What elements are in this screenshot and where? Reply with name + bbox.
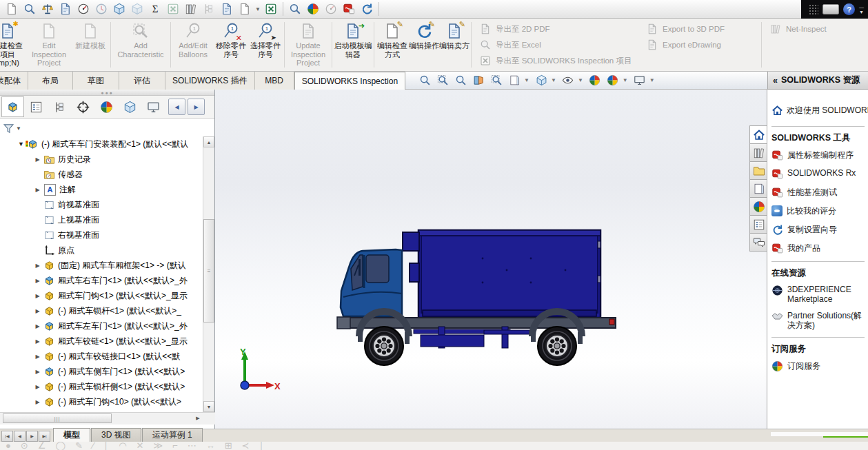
update-inspection-project-button[interactable]: Update Inspection Project xyxy=(286,19,330,71)
3dexperience-marketplace-link[interactable]: 3DEXPERIENCE Marketplace xyxy=(771,285,868,304)
add-edit-balloons-button[interactable]: Add/Edit Balloons xyxy=(172,19,214,71)
subscription-services-link[interactable]: 订阅服务 xyxy=(771,360,868,372)
tab-scroll-right-icon[interactable]: ▶ xyxy=(188,99,205,115)
keyboard-icon[interactable] xyxy=(822,4,839,14)
annotation-view-icon[interactable] xyxy=(488,73,505,88)
apply-scene-icon[interactable] xyxy=(605,73,621,88)
rotate-document-icon[interactable] xyxy=(57,1,74,17)
scrollbar-thumb[interactable]: ≡ xyxy=(203,219,214,323)
edit-operation-button[interactable]: ✎ 编辑操作 xyxy=(409,19,439,71)
task-pane-header[interactable]: « SOLIDWORKS 资源 xyxy=(767,72,868,90)
spellcheck-icon[interactable] xyxy=(3,1,21,17)
new-template-button[interactable]: 新建模板 xyxy=(72,19,109,71)
panel-splitter-handle[interactable]: ●●● xyxy=(0,90,214,96)
featuremanager-tab[interactable] xyxy=(1,96,24,117)
scroll-up-icon[interactable]: ▲ xyxy=(203,136,214,147)
cam-manager-tab[interactable] xyxy=(119,96,141,117)
tree-item-lock-rod[interactable]: ▶ (-) 厢式车锁杆<1> (默认<<默认>_ xyxy=(0,303,204,318)
add-characteristic-button[interactable]: Add Characteristic xyxy=(112,19,169,71)
hide-show-items-icon[interactable] xyxy=(560,73,576,88)
welcome-link[interactable]: 欢迎使用 SOLIDWORKS xyxy=(771,105,868,116)
compare-my-score-link[interactable]: 比较我的评分 xyxy=(771,205,868,217)
previous-view-icon[interactable] xyxy=(452,73,469,88)
property-tab-builder-link[interactable]: 属性标签编制程序 xyxy=(771,150,868,161)
edit-vendor-button[interactable]: ✎ 编辑卖方 xyxy=(439,19,470,71)
apply-scene-caret-icon[interactable]: ▼ xyxy=(623,77,628,83)
edit-inspection-project-button[interactable]: Edit Inspection Project xyxy=(26,19,72,71)
prev-tab-icon[interactable]: ◀ xyxy=(14,431,26,442)
expand-arrow-icon[interactable]: ▶ xyxy=(33,308,42,314)
edit-appearance-icon[interactable] xyxy=(587,73,603,88)
tree-item-hinge[interactable]: ▶ 厢式车铰链<1> (默认<<默认>_显示 xyxy=(0,334,204,349)
expand-arrow-icon[interactable]: ▶ xyxy=(33,323,42,329)
verify-box-icon[interactable] xyxy=(110,1,128,17)
fold-view-icon[interactable] xyxy=(182,1,200,17)
zoom-fit-icon[interactable] xyxy=(416,73,433,88)
measure-icon[interactable] xyxy=(21,1,39,17)
tree-vertical-scrollbar[interactable]: ▲ ≡ ▼ xyxy=(203,136,214,412)
tree-item-left-door[interactable]: ▶ 厢式车左车门<1> (默认<<默认>_外 xyxy=(0,318,204,334)
expand-arrow-icon[interactable]: ▶ xyxy=(33,384,42,390)
export-2d-pdf-button[interactable]: 导出至 2D PDF xyxy=(480,23,636,35)
export-sw-inspection-button[interactable]: 导出至 SOLIDWORKS Inspection 项目 xyxy=(480,54,636,67)
filter-funnel-icon[interactable] xyxy=(3,123,14,134)
expand-arrow-icon[interactable]: ▶ xyxy=(33,399,42,405)
appearances-tab[interactable] xyxy=(749,197,767,216)
copy-settings-wizard-link[interactable]: 复制设置向导 xyxy=(771,224,868,236)
displaymanager-tab[interactable] xyxy=(95,96,118,117)
last-tab-icon[interactable]: ▶| xyxy=(39,431,50,442)
export-excel-button[interactable]: 导出至 Excel xyxy=(480,39,636,51)
performance-gauge-icon[interactable] xyxy=(74,1,92,17)
tree-item-door-hook-10[interactable]: ▶ (-) 厢式车门钩<10> (默认<<默认> xyxy=(0,394,204,409)
scroll-right-icon[interactable]: ▶ xyxy=(193,413,203,423)
copy-appearance-icon[interactable] xyxy=(340,1,358,17)
solidworks-rx-link[interactable]: SOLIDWORKS Rx xyxy=(771,168,868,180)
tab-mbd[interactable]: MBD xyxy=(255,72,294,90)
section-view-icon[interactable] xyxy=(470,73,487,88)
graphics-viewport[interactable]: Y X xyxy=(215,90,767,429)
tree-item-hinge-joint[interactable]: ▶ (-) 厢式车铰链接口<1> (默认<<默 xyxy=(0,349,204,364)
expand-arrow-icon[interactable]: ▶ xyxy=(33,156,42,163)
remove-balloons-button[interactable]: ✕ 移除零件序号 xyxy=(214,19,248,71)
net-inspect-button[interactable]: Net-Inspect xyxy=(770,23,853,35)
collapse-chevrons-icon[interactable]: « xyxy=(773,76,778,85)
first-tab-icon[interactable]: |◀ xyxy=(1,431,13,442)
tab-solidworks-addins[interactable]: SOLIDWORKS 插件 xyxy=(165,72,255,90)
model-tab[interactable]: 模型 xyxy=(53,428,90,442)
excel-export-icon[interactable] xyxy=(262,1,280,17)
view-settings-icon[interactable] xyxy=(632,73,648,88)
dropdown-caret-icon[interactable]: ▼ xyxy=(255,6,261,12)
tab-scroll-left-icon[interactable]: ◀ xyxy=(168,99,185,115)
3d-pmi-icon[interactable] xyxy=(304,1,322,17)
home-tab[interactable] xyxy=(749,125,767,144)
box-icon[interactable] xyxy=(128,1,146,17)
propertymanager-tab[interactable] xyxy=(25,96,48,117)
pack-and-go-icon[interactable] xyxy=(358,1,376,17)
expand-arrow-icon[interactable]: ▶ xyxy=(33,278,42,284)
motion-study-tab[interactable]: 运动算例 1 xyxy=(142,428,203,442)
image-quality-icon[interactable] xyxy=(286,1,304,17)
tab-sketch[interactable]: 草图 xyxy=(73,72,119,90)
forum-tab[interactable] xyxy=(749,233,767,252)
expand-arrow-icon[interactable]: ▶ xyxy=(33,369,42,375)
display-style-caret-icon[interactable]: ▼ xyxy=(551,77,556,83)
mass-properties-icon[interactable] xyxy=(39,1,57,17)
export-3d-pdf-button[interactable]: Export to 3D PDF xyxy=(647,23,756,35)
tree-item-right-plane[interactable]: 右视基准面 xyxy=(0,227,204,243)
expand-arrow-icon[interactable]: ▶ xyxy=(33,354,42,360)
launch-template-editor-button[interactable]: ➜ 启动模板编辑器 xyxy=(334,19,372,71)
scroll-down-icon[interactable]: ▼ xyxy=(203,401,214,412)
tree-item-front-plane[interactable]: 前视基准面 xyxy=(0,197,204,212)
next-tab-icon[interactable]: ▶ xyxy=(26,431,38,442)
document-help-icon[interactable] xyxy=(218,1,236,17)
partner-solutions-link[interactable]: Partner Solutions(解决方案) xyxy=(771,311,868,330)
tree-horizontal-scrollbar[interactable]: ||| ▶ xyxy=(0,412,215,425)
compress-view-icon[interactable] xyxy=(200,1,218,17)
design-library-tab[interactable] xyxy=(749,143,767,162)
tree-item-top-plane[interactable]: 上视基准面 xyxy=(0,212,204,227)
zoom-area-icon[interactable] xyxy=(434,73,451,88)
tree-item-lock-rod-side[interactable]: ▶ (-) 厢式车锁杆侧<1> (默认<<默认> xyxy=(0,379,204,394)
performance-benchmark-link[interactable]: 性能基准测试 xyxy=(771,187,868,198)
configurationmanager-tab[interactable] xyxy=(48,96,71,117)
expand-arrow-icon[interactable]: ▶ xyxy=(33,187,42,193)
